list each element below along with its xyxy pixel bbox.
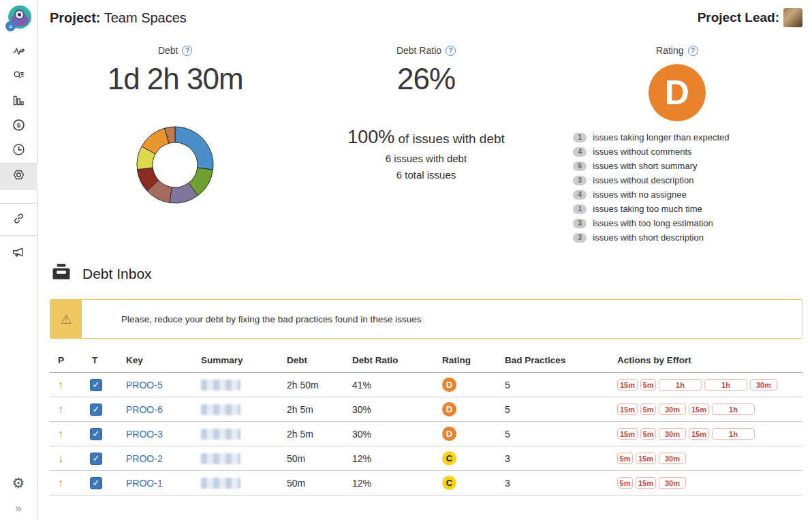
action-effort-pill[interactable]: 30m [750,379,777,391]
action-effort-pill[interactable]: 1h [704,379,747,391]
summary-cell [193,397,279,422]
column-header-key: Key [118,351,193,373]
dollar-coin-icon: $ [12,118,26,135]
breakdown-label: issues taking too much time [593,204,702,214]
rating-breakdown-item: 3issues without description [573,175,781,185]
debt-metric: Debt ? 1d 2h 30m [50,45,300,243]
action-effort-pill[interactable]: 15m [617,379,638,391]
action-effort-pill[interactable]: 5m [617,477,633,489]
rating-breakdown-item: 1issues taking longer than expected [573,132,781,142]
megaphone-icon [12,245,26,262]
action-effort-pill[interactable]: 15m [689,403,709,415]
summary-cell [193,446,279,471]
issue-key-link[interactable]: PROO-5 [126,380,163,391]
action-effort-pill[interactable]: 15m [636,477,656,489]
sidebar-item-announcements[interactable] [0,236,37,270]
actions-cell: 5m15m30m [609,446,802,471]
action-effort-pill[interactable]: 15m [689,428,709,440]
column-header-bad-practices: Bad Practices [497,351,609,373]
bar-chart-icon [12,93,26,110]
action-effort-pill[interactable]: 1h [712,403,755,415]
row-checkbox[interactable]: ✓ [90,453,102,465]
rating-breakdown-item: 4issues with no assignee [573,189,781,200]
sidebar-item-reports[interactable] [0,89,37,114]
page-title: Project: Team Spaces [50,10,187,26]
breakdown-count-badge: 3 [573,233,587,243]
sidebar-item-cost[interactable]: $ [0,114,37,138]
svg-text:$: $ [16,121,20,128]
app-logo-icon[interactable]: ≡ [5,5,32,32]
issues-summary: 100% of issues with debt 6 issues with d… [347,127,505,181]
priority-down-arrow: ↓ [58,453,63,464]
column-header-priority: P [50,351,84,373]
breakdown-count-badge: 4 [573,147,587,157]
warning-banner: ⚠ Please, reduce your debt by fixing the… [50,299,802,339]
row-checkbox[interactable]: ✓ [90,379,102,391]
action-effort-pill[interactable]: 5m [640,403,656,415]
type-cell: ✓ [84,471,118,495]
sidebar-item-debt-settings[interactable] [0,163,37,189]
debt-ratio-cell: 12% [344,446,434,471]
sidebar-item-activity[interactable] [0,40,37,65]
rating-badge: C [442,451,456,465]
issue-key-link[interactable]: PROO-3 [126,429,163,440]
action-effort-pill[interactable]: 1h [659,379,702,391]
row-checkbox[interactable]: ✓ [90,477,102,489]
issue-key-link[interactable]: PROO-1 [126,478,163,489]
issues-with-debt-percent: 100% of issues with debt [347,127,505,148]
issue-key-link[interactable]: PROO-6 [126,404,163,415]
action-effort-pill[interactable]: 15m [636,453,656,464]
bad-practices-cell: 3 [497,446,609,471]
percent-highlight: 100% [347,127,394,147]
clock-icon [12,142,26,159]
table-row: ↑✓PROO-150m12%C35m15m30m [50,471,802,495]
action-effort-pill[interactable]: 5m [640,428,656,440]
debt-help-icon[interactable]: ? [182,46,192,56]
project-lead-label: Project Lead: [698,10,779,25]
expand-sidebar-icon[interactable]: » [15,497,21,520]
action-effort-pill[interactable]: 15m [617,403,638,415]
rating-cell: D [434,397,497,422]
row-checkbox[interactable]: ✓ [90,428,102,440]
priority-cell: ↑ [50,471,84,495]
action-effort-pill[interactable]: 30m [659,428,686,440]
key-cell: PROO-3 [118,422,193,446]
actions-cell: 15m5m1h1h30m [609,373,802,397]
debt-value-cell: 50m [279,446,344,471]
settings-gear-icon[interactable]: ⚙ [12,470,25,497]
percent-caption: of issues with debt [394,132,505,146]
action-effort-pill[interactable]: 30m [659,453,686,464]
debt-ratio-cell: 30% [344,422,434,446]
rating-breakdown: 1issues taking longer than expected4issu… [573,132,781,243]
action-effort-pill[interactable]: 30m [659,477,686,489]
rating-cell: D [434,422,497,446]
action-effort-pill[interactable]: 15m [617,428,638,440]
sidebar-item-links[interactable] [0,204,37,235]
rating-help-icon[interactable]: ? [688,46,698,56]
rating-cell: D [434,373,497,397]
sidebar-item-time[interactable] [0,138,37,163]
rating-badge: D [442,402,456,416]
project-lead: Project Lead: [698,8,802,27]
row-checkbox[interactable]: ✓ [90,403,102,416]
summary-blurred [201,478,240,489]
priority-cell: ↑ [50,422,84,446]
issue-key-link[interactable]: PROO-2 [126,453,163,464]
breakdown-label: issues with short summary [593,161,697,171]
sidebar-item-search-issues[interactable] [0,65,37,89]
metrics-row: Debt ? 1d 2h 30m Debt Ratio ? 26% 100% o… [50,45,802,243]
action-effort-pill[interactable]: 5m [617,453,633,464]
page-header: Project: Team Spaces Project Lead: [50,0,802,27]
rating-breakdown-item: 4issues without comments [573,147,781,157]
table-row: ↑✓PROO-62h 5m30%D515m5m30m15m1h [50,397,802,422]
rating-breakdown-item: 6issues with short summary [573,161,781,171]
link-icon [12,211,26,228]
action-effort-pill[interactable]: 5m [640,379,656,391]
summary-blurred [201,453,240,464]
action-effort-pill[interactable]: 1h [712,428,755,440]
rating-cell: C [434,446,497,471]
debt-ratio-help-icon[interactable]: ? [446,46,456,56]
debt-label: Debt [158,45,178,56]
action-effort-pill[interactable]: 30m [659,403,686,415]
type-cell: ✓ [84,446,118,471]
